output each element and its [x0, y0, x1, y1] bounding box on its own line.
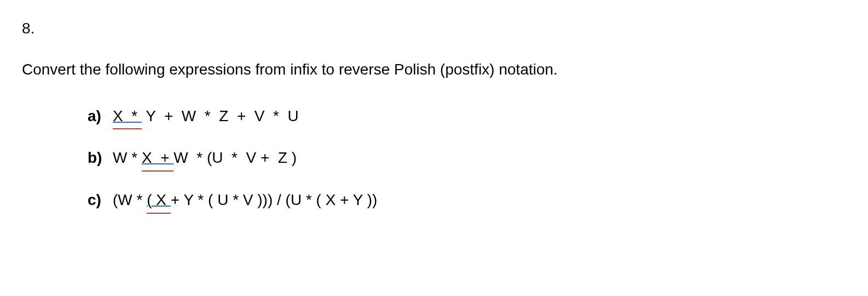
expr-b-post: W * (U * V + Z ) — [173, 149, 297, 166]
proof-mark-c: ( X — [147, 188, 171, 214]
subquestion-a: a) X * Y + W * Z + V * U — [88, 104, 846, 130]
sub-expression-b: W * X + W * (U * V + Z ) — [113, 146, 297, 172]
expr-a-post: Y + W * Z + V * U — [142, 107, 299, 124]
question-prompt: Convert the following expressions from i… — [22, 58, 846, 82]
expr-b-pre: W * — [113, 149, 142, 166]
sub-label-c: c) — [88, 188, 113, 214]
question-number: 8. — [22, 16, 846, 41]
subquestion-b: b) W * X + W * (U * V + Z ) — [88, 146, 846, 172]
expr-c-post: + Y * ( U * V ))) / (U * ( X + Y )) — [171, 191, 378, 208]
subquestion-list: a) X * Y + W * Z + V * U b) W * X + W * … — [22, 104, 846, 214]
sub-expression-a: X * Y + W * Z + V * U — [113, 104, 299, 130]
sub-expression-c: (W * ( X + Y * ( U * V ))) / (U * ( X + … — [113, 188, 377, 214]
proof-mark-b: X + — [142, 146, 173, 172]
question-page: 8. Convert the following expressions fro… — [0, 0, 868, 247]
subquestion-c: c) (W * ( X + Y * ( U * V ))) / (U * ( X… — [88, 188, 846, 214]
sub-label-b: b) — [88, 146, 113, 172]
proof-mark-a: X * — [113, 104, 142, 130]
expr-c-pre: (W * — [113, 191, 147, 208]
sub-label-a: a) — [88, 104, 113, 130]
